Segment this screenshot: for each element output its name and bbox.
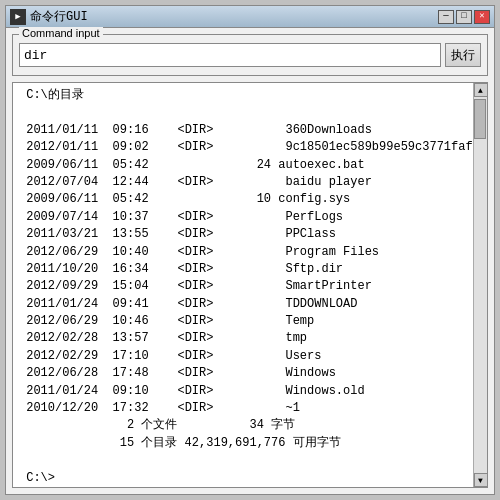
command-input-group: Command input 执行 (12, 34, 488, 76)
command-input-label: Command input (19, 27, 103, 39)
scroll-up-button[interactable]: ▲ (474, 83, 488, 97)
window-title: 命令行GUI (30, 8, 88, 25)
scrollbar-thumb[interactable] (474, 99, 486, 139)
app-icon: ▶ (10, 9, 26, 25)
scroll-down-button[interactable]: ▼ (474, 473, 488, 487)
close-button[interactable]: ✕ (474, 10, 490, 24)
title-bar-title: ▶ 命令行GUI (10, 8, 88, 25)
exec-button[interactable]: 执行 (445, 43, 481, 67)
output-area: C:\的目录 2011/01/11 09:16 <DIR> 360Downloa… (13, 83, 473, 487)
minimize-button[interactable]: ─ (438, 10, 454, 24)
title-bar: ▶ 命令行GUI ─ □ ✕ (6, 6, 494, 28)
scrollbar-thumb-area (474, 97, 487, 473)
output-wrapper: C:\的目录 2011/01/11 09:16 <DIR> 360Downloa… (12, 82, 488, 488)
input-row: 执行 (19, 43, 481, 67)
main-window: ▶ 命令行GUI ─ □ ✕ Command input 执行 C:\的目录 2… (5, 5, 495, 495)
scrollbar[interactable]: ▲ ▼ (473, 83, 487, 487)
title-buttons: ─ □ ✕ (438, 10, 490, 24)
maximize-button[interactable]: □ (456, 10, 472, 24)
command-input[interactable] (19, 43, 441, 67)
